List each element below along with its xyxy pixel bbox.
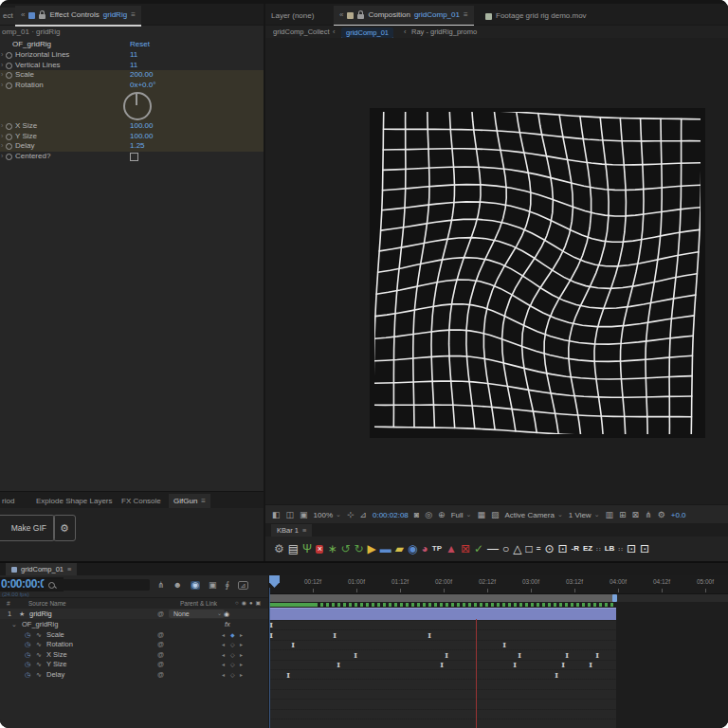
keyframe-toggle-icon[interactable]: ◇ (230, 670, 235, 680)
effect-property-row[interactable]: ›Scale200.00 (0, 70, 264, 81)
anchor-bracket-icon[interactable]: ⊡ (627, 543, 636, 555)
tab-layer[interactable]: Layer (none) (271, 8, 314, 25)
next-keyframe-icon[interactable]: ▸ (240, 670, 243, 680)
expand-icon[interactable]: › (1, 152, 3, 162)
stopwatch-icon[interactable] (6, 82, 12, 89)
tab-fx-console[interactable]: FX Console (121, 494, 161, 508)
timeline-property-row[interactable]: ◷∿Scale@◂◆▸ (0, 630, 268, 640)
flowchart-icon[interactable]: ⋔ (645, 510, 652, 519)
cube-icon[interactable]: ⊡ (558, 543, 568, 555)
prev-keyframe-icon[interactable]: ◂ (222, 660, 225, 669)
stopwatch-icon[interactable]: ◷ (25, 630, 30, 640)
composition-viewport[interactable] (265, 38, 728, 504)
effect-header-row[interactable]: OF_gridRig Reset (0, 39, 264, 50)
stopwatch-icon[interactable]: ◷ (25, 660, 30, 669)
red-frame-icon[interactable]: ⊠ (461, 543, 470, 555)
effect-property-row[interactable]: ›Y Size100.00 (0, 132, 264, 142)
channels-icon[interactable]: ⊕ (438, 510, 446, 519)
new-file-icon[interactable]: ▤ (288, 543, 299, 555)
work-area-end-handle[interactable] (612, 594, 617, 602)
property-value[interactable]: 11 (130, 50, 137, 61)
pickwhip-icon[interactable]: @ (157, 650, 164, 660)
graph-editor-icon[interactable]: ⊿ (238, 581, 248, 590)
transparency-grid-icon[interactable]: ▨ (491, 510, 500, 519)
reset-button[interactable]: Reset (130, 39, 150, 50)
folder-icon[interactable]: ▰ (395, 543, 404, 555)
dots-small-icon-2[interactable]: ∷ (618, 546, 622, 553)
viewer-timecode[interactable]: 0:00:02:08 (373, 511, 409, 519)
stopwatch-icon[interactable] (6, 123, 12, 130)
col-switch-icon-0[interactable]: ○ (235, 598, 239, 609)
gear-icon[interactable]: ⚙ (658, 510, 665, 519)
expand-icon[interactable]: › (1, 141, 3, 152)
property-value[interactable]: 1.25 (130, 141, 145, 152)
property-value[interactable]: 100.00 (130, 121, 153, 132)
next-keyframe-icon[interactable]: ▸ (240, 650, 243, 660)
prev-keyframe-icon[interactable]: ◂ (222, 670, 225, 680)
play-icon[interactable]: ▶ (368, 543, 376, 555)
expand-icon[interactable]: › (1, 132, 3, 142)
expand-icon[interactable]: › (1, 121, 3, 132)
collapse-icon[interactable]: ⌄ (11, 620, 17, 630)
col-switch-icon-1[interactable]: ◉ (242, 598, 246, 609)
grid-guides-icon[interactable]: ▦ (477, 510, 485, 519)
parent-select[interactable]: None ⌄ (169, 610, 225, 618)
keyframe-icon[interactable]: I (445, 651, 448, 659)
equals-icon[interactable]: = (537, 545, 541, 553)
tab-explode-shape-layers[interactable]: Explode Shape Layers (36, 494, 113, 508)
breadcrumb-tail[interactable]: Ray - gridRig_promo (411, 26, 477, 39)
graph-icon[interactable]: ∿ (36, 670, 42, 680)
tab-project-partial[interactable]: ect (0, 8, 16, 25)
col-index[interactable]: # (7, 598, 10, 609)
stopwatch-icon[interactable] (6, 52, 12, 59)
prev-keyframe-icon[interactable]: ◂ (222, 630, 225, 640)
blue-bar-icon[interactable]: ▬ (380, 543, 391, 555)
pink-triangle-icon[interactable]: ▲ (446, 543, 457, 555)
timeline-property-row[interactable]: ◷∿X Size@◂◇▸ (0, 650, 268, 660)
pixel-aspect-icon[interactable]: ▥ (606, 510, 614, 519)
current-time-indicator-line[interactable] (476, 619, 477, 728)
expand-icon[interactable]: › (1, 70, 3, 81)
globe-icon[interactable]: ◉ (408, 543, 417, 555)
prev-keyframe-icon[interactable]: ◂ (222, 640, 225, 649)
keyframe-icon[interactable]: I (565, 651, 569, 659)
settings-gear-icon[interactable]: ⚙ (274, 543, 284, 555)
tab-composition[interactable]: « Composition gridComp_01 ≡ (334, 6, 474, 27)
timeline-search-input[interactable] (44, 579, 150, 591)
stopwatch-icon[interactable] (6, 154, 12, 160)
keyframe-icon[interactable]: I (595, 651, 599, 659)
exposure-value[interactable]: +0.0 (671, 511, 686, 519)
panel-menu-icon[interactable]: ≡ (131, 6, 136, 25)
centered-checkbox[interactable] (130, 153, 138, 161)
stopwatch-icon[interactable] (6, 63, 12, 69)
square-tool-icon[interactable]: □ (526, 543, 533, 555)
region-of-interest-icon[interactable]: ⊹ (347, 510, 355, 519)
panel-menu-icon[interactable]: ≡ (201, 494, 206, 508)
layer-name[interactable]: gridRig (29, 609, 52, 619)
keyframe-icon[interactable]: I (589, 661, 592, 668)
dots-small-icon[interactable]: ∷ (596, 546, 600, 553)
col-source-name[interactable]: Source Name (28, 598, 66, 609)
eye-icon[interactable]: ◉ (224, 609, 229, 619)
snapshot-icon[interactable]: ◙ (414, 510, 419, 519)
mercury-preview-icon[interactable]: ▣ (300, 510, 308, 519)
ruler-protractor-icon[interactable]: ⊿ (359, 510, 367, 519)
effect-property-row[interactable]: ›Vertical Lines11 (0, 61, 264, 71)
power-icon[interactable]: ⊙ (544, 543, 554, 555)
panel-menu-icon[interactable]: ≡ (464, 7, 468, 24)
line-tool-icon[interactable]: — (487, 543, 499, 555)
pickwhip-icon[interactable]: @ (157, 660, 164, 669)
keyframe-toggle-icon[interactable]: ◇ (230, 650, 235, 660)
timeline-jump-icon[interactable]: ⊠ (632, 510, 640, 519)
effect-property-row[interactable]: ›X Size100.00 (0, 121, 264, 132)
redo-icon[interactable]: ↻ (355, 543, 364, 555)
motion-blur-icon[interactable]: ◉ (191, 581, 200, 590)
pickwhip-icon[interactable]: @ (157, 630, 164, 640)
asterisk-icon[interactable]: ∗ (327, 543, 337, 555)
property-value[interactable]: 200.00 (130, 70, 153, 81)
view-layout-select[interactable]: 1 View⌄ (569, 511, 600, 519)
graph-icon[interactable]: ∿ (36, 630, 42, 640)
keyframe-icon[interactable]: I (286, 671, 290, 679)
keyframe-icon[interactable]: I (291, 641, 295, 648)
pickwhip-icon[interactable]: @ (157, 670, 164, 680)
